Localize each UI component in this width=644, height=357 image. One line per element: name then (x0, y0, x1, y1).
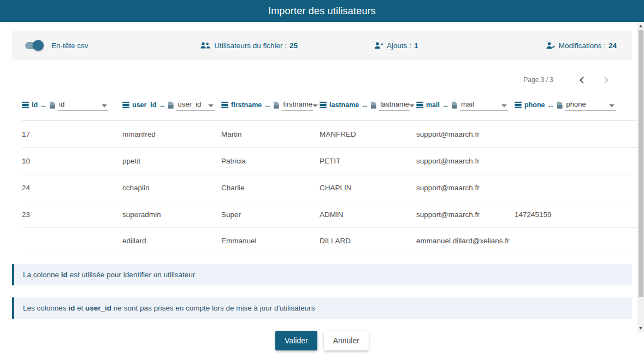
stat-value: 1 (414, 42, 418, 50)
user-edit-icon (546, 42, 555, 49)
table-cell: 10 (22, 157, 122, 165)
csv-column-select[interactable]: mail (460, 99, 508, 111)
stat-label: Utilisateurs du fichier : (214, 42, 287, 50)
map-arrow-icon: ↔ (264, 101, 271, 109)
table-cell: emmanuel.dillard@xelians.fr (416, 237, 515, 245)
scroll-down-icon[interactable] (639, 327, 642, 330)
select-value: mail (461, 100, 474, 108)
table-cell: 147245159 (515, 210, 637, 219)
table-cell: 17 (22, 130, 122, 138)
info-note: La colonne id est utilisée pour identifi… (12, 264, 632, 285)
csv-column-select[interactable]: user_id (176, 99, 215, 111)
table-cell: Super (221, 210, 320, 219)
table-cell: DILLARD (320, 237, 416, 245)
table-cell: Charlie (221, 184, 320, 192)
caret-down-icon (501, 104, 507, 107)
column-header: mail ↔ mail (416, 99, 515, 111)
vertical-scrollbar[interactable] (637, 22, 644, 332)
stat-label: Modifications : (559, 42, 606, 50)
table-row: edillardEmmanuelDILLARDemmanuel.dillard@… (22, 227, 637, 254)
csv-file-icon (49, 102, 55, 109)
stat-value: 25 (289, 42, 298, 50)
database-icon (122, 101, 129, 108)
db-field-label: lastname (329, 101, 359, 109)
table-cell: Emmanuel (221, 237, 320, 245)
select-value: firstname (283, 100, 312, 108)
database-icon (221, 101, 228, 108)
table-cell: MANFRED (320, 130, 416, 138)
note-text: La colonne id est utilisée pour identifi… (23, 271, 623, 279)
stat-additions: Ajouts : 1 (323, 42, 470, 50)
pagination: Page 3 / 3 (0, 72, 616, 87)
table-cell: support@maarch.fr (416, 157, 515, 165)
csv-file-icon (168, 102, 174, 109)
chevron-right-icon (601, 77, 608, 84)
db-field-label: id (32, 101, 38, 109)
table-body: 17mmanfredMartinMANFREDsupport@maarch.fr… (22, 120, 637, 254)
caret-down-icon (409, 104, 415, 107)
table-cell: 24 (22, 184, 122, 192)
csv-header-toggle[interactable] (24, 40, 44, 51)
csv-column-select[interactable]: lastname (379, 99, 410, 111)
table-header-row: id ↔ id user_id ↔ user_id firstname ↔ (22, 94, 637, 116)
table-cell: support@maarch.fr (416, 210, 515, 219)
info-note: Les colonnes id et user_id ne sont pas p… (12, 297, 632, 319)
users-icon (200, 42, 210, 49)
chevron-left-icon (580, 77, 587, 84)
table-cell: mmanfred (122, 130, 221, 138)
select-value: user_id (178, 100, 201, 108)
caret-down-icon (208, 104, 214, 107)
csv-column-select[interactable]: firstname (282, 99, 313, 111)
scrollbar-thumb[interactable] (639, 30, 643, 297)
database-icon (22, 101, 29, 108)
table-row: 17mmanfredMartinMANFREDsupport@maarch.fr (22, 120, 637, 147)
map-arrow-icon: ↔ (40, 101, 47, 109)
map-arrow-icon: ↔ (547, 101, 554, 109)
select-value: lastname (380, 100, 409, 108)
previous-page-button[interactable] (572, 72, 594, 87)
user-plus-icon (374, 42, 383, 49)
stat-label: Ajouts : (387, 42, 411, 50)
table-cell: ADMIN (320, 210, 416, 219)
validate-button[interactable]: Valider (275, 331, 317, 350)
db-field-label: mail (426, 101, 440, 109)
dialog-title: Importer des utilisateurs (0, 0, 644, 22)
table-cell: PETIT (320, 157, 416, 165)
page-indicator: Page 3 / 3 (523, 76, 553, 84)
summary-bar: En-tête csv Utilisateurs du fichier : 25… (12, 31, 632, 60)
map-arrow-icon: ↔ (442, 101, 449, 109)
csv-file-icon (273, 102, 279, 109)
database-icon (320, 101, 327, 108)
column-header: firstname ↔ firstname (221, 99, 320, 111)
db-field-label: user_id (132, 101, 156, 109)
toggle-label: En-tête csv (51, 42, 88, 50)
scroll-up-icon[interactable] (639, 25, 642, 27)
next-page-button[interactable] (594, 72, 616, 87)
column-header: phone ↔ phone (515, 99, 637, 111)
database-icon (416, 101, 423, 108)
dialog-footer: Valider Annuler (0, 331, 644, 350)
caret-down-icon (312, 104, 318, 107)
note-text: Les colonnes id et user_id ne sont pas p… (23, 304, 623, 312)
database-icon (515, 101, 522, 108)
column-header: id ↔ id (22, 99, 122, 111)
csv-column-select[interactable]: phone (565, 99, 616, 111)
notes: La colonne id est utilisée pour identifi… (12, 264, 632, 319)
csv-file-icon (370, 102, 376, 109)
table-cell: support@maarch.fr (416, 130, 515, 138)
map-arrow-icon: ↔ (361, 101, 368, 109)
table-cell: CHAPLIN (320, 184, 416, 192)
csv-file-icon (451, 102, 457, 109)
csv-column-select[interactable]: id (58, 99, 108, 111)
stat-modifications: Modifications : 24 (470, 42, 617, 50)
stat-users-in-file: Utilisateurs du fichier : 25 (176, 42, 323, 50)
cancel-button[interactable]: Annuler (324, 331, 369, 350)
stat-value: 24 (608, 42, 617, 50)
caret-down-icon (609, 104, 615, 107)
csv-file-icon (557, 102, 563, 109)
import-users-dialog: Importer des utilisateurs En-tête csv Ut… (0, 0, 644, 357)
db-field-label: phone (524, 101, 545, 109)
toggle-knob[interactable] (33, 40, 44, 51)
table-row: 23superadminSuperADMINsupport@maarch.fr1… (22, 201, 637, 227)
table-row: 10ppetitPatriciaPETITsupport@maarch.fr (22, 147, 637, 174)
